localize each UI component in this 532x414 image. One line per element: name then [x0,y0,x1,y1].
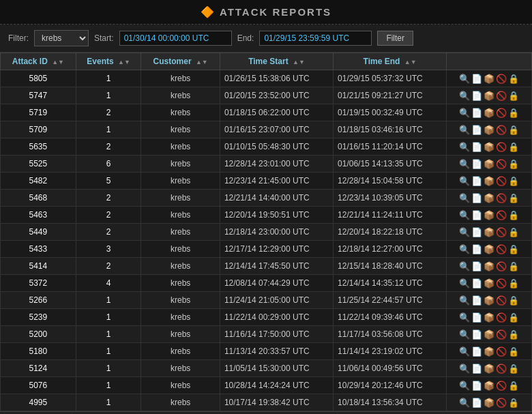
customer-select[interactable]: krebs [34,30,89,46]
report-icon[interactable]: 📄 [471,346,482,357]
filter-button[interactable]: Filter [377,31,413,46]
block-icon[interactable]: 🚫 [496,175,507,186]
lock-icon[interactable]: 🔒 [508,329,519,340]
lock-icon[interactable]: 🔒 [508,346,519,357]
report-icon[interactable]: 📄 [471,192,482,203]
view-icon[interactable]: 🔍 [459,107,470,118]
block-icon[interactable]: 🚫 [496,243,507,254]
report-icon[interactable]: 📄 [471,141,482,152]
report-icon[interactable]: 📄 [471,295,482,306]
view-icon[interactable]: 🔍 [459,329,470,340]
lock-icon[interactable]: 🔒 [508,243,519,254]
block-icon[interactable]: 🚫 [496,312,507,323]
report-icon[interactable]: 📄 [471,226,482,237]
report-icon[interactable]: 📄 [471,380,482,391]
lock-icon[interactable]: 🔒 [508,175,519,186]
block-icon[interactable]: 🚫 [496,73,507,84]
view-icon[interactable]: 🔍 [459,175,470,186]
view-icon[interactable]: 🔍 [459,295,470,306]
view-icon[interactable]: 🔍 [459,312,470,323]
report-icon[interactable]: 📄 [471,312,482,323]
view-icon[interactable]: 🔍 [459,73,470,84]
block-icon[interactable]: 🚫 [496,380,507,391]
package-icon[interactable]: 📦 [484,107,494,118]
block-icon[interactable]: 🚫 [496,192,507,203]
view-icon[interactable]: 🔍 [459,278,470,289]
view-icon[interactable]: 🔍 [459,141,470,152]
lock-icon[interactable]: 🔒 [508,209,519,220]
lock-icon[interactable]: 🔒 [508,124,519,135]
report-icon[interactable]: 📄 [471,261,482,271]
block-icon[interactable]: 🚫 [496,346,507,357]
block-icon[interactable]: 🚫 [496,261,507,271]
col-events[interactable]: Events ▲▼ [76,53,141,70]
block-icon[interactable]: 🚫 [496,158,507,169]
block-icon[interactable]: 🚫 [496,278,507,289]
lock-icon[interactable]: 🔒 [508,141,519,152]
report-icon[interactable]: 📄 [471,175,482,186]
report-icon[interactable]: 📄 [471,243,482,254]
lock-icon[interactable]: 🔒 [508,90,519,101]
package-icon[interactable]: 📦 [484,295,494,306]
lock-icon[interactable]: 🔒 [508,278,519,289]
package-icon[interactable]: 📦 [484,397,494,408]
view-icon[interactable]: 🔍 [459,397,470,408]
lock-icon[interactable]: 🔒 [508,397,519,408]
package-icon[interactable]: 📦 [484,261,494,271]
block-icon[interactable]: 🚫 [496,141,507,152]
lock-icon[interactable]: 🔒 [508,107,519,118]
block-icon[interactable]: 🚫 [496,329,507,340]
block-icon[interactable]: 🚫 [496,226,507,237]
report-icon[interactable]: 📄 [471,363,482,374]
view-icon[interactable]: 🔍 [459,158,470,169]
view-icon[interactable]: 🔍 [459,346,470,357]
package-icon[interactable]: 📦 [484,192,494,203]
package-icon[interactable]: 📦 [484,243,494,254]
package-icon[interactable]: 📦 [484,90,494,101]
lock-icon[interactable]: 🔒 [508,312,519,323]
report-icon[interactable]: 📄 [471,329,482,340]
package-icon[interactable]: 📦 [484,209,494,220]
block-icon[interactable]: 🚫 [496,124,507,135]
report-icon[interactable]: 📄 [471,124,482,135]
report-icon[interactable]: 📄 [471,73,482,84]
package-icon[interactable]: 📦 [484,346,494,357]
lock-icon[interactable]: 🔒 [508,363,519,374]
report-icon[interactable]: 📄 [471,90,482,101]
package-icon[interactable]: 📦 [484,278,494,289]
start-date-input[interactable] [119,31,232,46]
package-icon[interactable]: 📦 [484,380,494,391]
lock-icon[interactable]: 🔒 [508,295,519,306]
package-icon[interactable]: 📦 [484,329,494,340]
view-icon[interactable]: 🔍 [459,380,470,391]
col-attack-id[interactable]: Attack ID ▲▼ [1,53,76,70]
col-time-end[interactable]: Time End ▲▼ [334,53,447,70]
report-icon[interactable]: 📄 [471,158,482,169]
block-icon[interactable]: 🚫 [496,363,507,374]
block-icon[interactable]: 🚫 [496,397,507,408]
view-icon[interactable]: 🔍 [459,363,470,374]
block-icon[interactable]: 🚫 [496,90,507,101]
lock-icon[interactable]: 🔒 [508,380,519,391]
block-icon[interactable]: 🚫 [496,107,507,118]
package-icon[interactable]: 📦 [484,175,494,186]
report-icon[interactable]: 📄 [471,278,482,289]
report-icon[interactable]: 📄 [471,209,482,220]
package-icon[interactable]: 📦 [484,73,494,84]
view-icon[interactable]: 🔍 [459,192,470,203]
view-icon[interactable]: 🔍 [459,243,470,254]
package-icon[interactable]: 📦 [484,158,494,169]
view-icon[interactable]: 🔍 [459,209,470,220]
view-icon[interactable]: 🔍 [459,90,470,101]
package-icon[interactable]: 📦 [484,363,494,374]
package-icon[interactable]: 📦 [484,226,494,237]
view-icon[interactable]: 🔍 [459,124,470,135]
lock-icon[interactable]: 🔒 [508,158,519,169]
report-icon[interactable]: 📄 [471,107,482,118]
report-icon[interactable]: 📄 [471,397,482,408]
lock-icon[interactable]: 🔒 [508,73,519,84]
col-customer[interactable]: Customer ▲▼ [141,53,220,70]
package-icon[interactable]: 📦 [484,141,494,152]
block-icon[interactable]: 🚫 [496,209,507,220]
lock-icon[interactable]: 🔒 [508,192,519,203]
